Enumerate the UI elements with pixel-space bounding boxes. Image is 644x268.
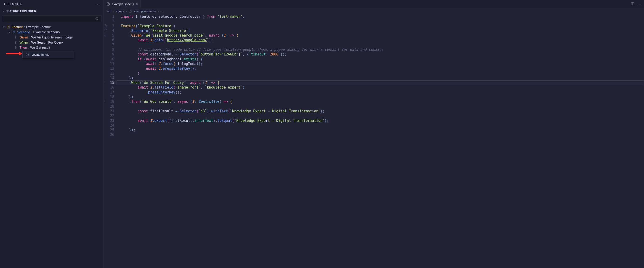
search-icon[interactable] (95, 17, 99, 21)
file-icon (106, 2, 110, 6)
breadcrumb-src[interactable]: src (107, 10, 111, 13)
scenario-kw: Scenario (17, 30, 30, 34)
svg-point-23 (105, 100, 105, 100)
code-body[interactable]: import { Feature, Selector, Controller }… (116, 14, 644, 268)
branch-icon[interactable] (104, 29, 107, 32)
svg-point-6 (15, 36, 16, 37)
breadcrumb-sep: › (158, 10, 159, 13)
svg-point-20 (105, 35, 105, 36)
tree-then[interactable]: Then : We Get result (2, 45, 102, 50)
branch-icon[interactable] (104, 99, 107, 102)
feature-kw: Feature (12, 25, 23, 29)
step-icon (14, 46, 18, 49)
given-kw: Given (20, 35, 28, 39)
context-menu: Locate in File (22, 51, 74, 58)
tabbar-actions: ··· (631, 2, 644, 6)
svg-line-1 (98, 19, 99, 20)
context-locate-in-file[interactable]: Locate in File (22, 52, 74, 58)
scenario-name: : Example Scenario (32, 30, 60, 34)
svg-point-5 (14, 32, 15, 33)
code-area[interactable]: 1234567891011121314151617181920212223242… (104, 14, 644, 268)
sidebar: TEST MAKER ··· FEATURE EXPLORER Feature … (0, 0, 104, 268)
sidebar-title: TEST MAKER (4, 3, 22, 6)
svg-point-17 (105, 31, 105, 31)
branch-icon[interactable] (104, 33, 107, 36)
step-icon (14, 41, 18, 44)
tab-filename: example-spec.ts (112, 2, 134, 6)
split-editor-icon[interactable] (631, 2, 634, 6)
svg-point-10 (15, 46, 16, 47)
svg-point-18 (106, 30, 106, 30)
svg-marker-26 (19, 52, 22, 55)
chevron-down-icon[interactable] (8, 31, 11, 34)
gutter-decorations (104, 14, 108, 268)
tree-feature[interactable]: Feature : Example Feature (2, 25, 102, 30)
svg-point-22 (105, 83, 105, 83)
breadcrumb-sep: › (126, 10, 127, 13)
tree-given[interactable]: Given : We Visit google search page (2, 35, 102, 40)
branch-icon[interactable] (104, 80, 107, 84)
breadcrumb-file[interactable]: example-spec.ts (134, 10, 156, 13)
then-name: : We Get result (28, 46, 50, 49)
annotation-arrow (6, 51, 22, 56)
breadcrumb-sep: › (113, 10, 114, 13)
search-input[interactable] (4, 17, 95, 21)
breadcrumbs[interactable]: src › specs › example-spec.ts › ... (104, 8, 644, 14)
sidebar-header: TEST MAKER ··· (0, 0, 103, 8)
tree-scenario[interactable]: Scenario : Example Scenario (2, 30, 102, 35)
chevron-down-icon[interactable] (2, 26, 5, 29)
section-label: FEATURE EXPLORER (6, 10, 36, 13)
svg-point-24 (105, 102, 105, 102)
feature-icon (6, 25, 10, 29)
line-numbers: 1234567891011121314151617181920212223242… (108, 14, 116, 268)
editor: example-spec.ts × ··· src › specs › exam… (104, 0, 644, 268)
file-icon (129, 10, 132, 13)
svg-point-9 (15, 43, 16, 44)
svg-point-19 (105, 34, 105, 34)
given-name: : We Visit google search page (30, 35, 73, 39)
step-icon (14, 35, 18, 39)
context-locate-label: Locate in File (32, 53, 49, 56)
feature-name: : Example Feature (24, 25, 51, 29)
close-icon[interactable]: × (136, 2, 138, 6)
breadcrumb-symbol[interactable]: ... (160, 10, 163, 13)
breadcrumb-specs[interactable]: specs (116, 10, 124, 13)
editor-more-icon[interactable]: ··· (638, 2, 641, 6)
svg-point-16 (105, 29, 105, 29)
svg-point-11 (15, 48, 16, 49)
tree-when[interactable]: When : We Search For Query (2, 40, 102, 45)
when-kw: When (20, 41, 28, 44)
locate-icon (25, 53, 29, 56)
svg-point-8 (15, 41, 16, 42)
svg-point-21 (105, 81, 105, 82)
tab-example-spec[interactable]: example-spec.ts × (104, 0, 141, 8)
feature-explorer-section[interactable]: FEATURE EXPLORER (0, 8, 103, 14)
tree: Feature : Example Feature Scenario : Exa… (0, 25, 103, 50)
tab-bar: example-spec.ts × ··· (104, 0, 644, 8)
svg-point-7 (15, 38, 16, 39)
search-box[interactable] (2, 16, 102, 22)
svg-point-4 (13, 33, 14, 34)
svg-point-27 (26, 53, 28, 56)
svg-point-3 (13, 31, 14, 32)
then-kw: Then (20, 46, 27, 49)
lens-icon[interactable] (104, 24, 107, 27)
sidebar-more-icon[interactable]: ··· (96, 2, 100, 6)
scenario-icon (12, 30, 16, 34)
svg-point-0 (96, 17, 98, 20)
when-name: : We Search For Query (30, 41, 63, 44)
